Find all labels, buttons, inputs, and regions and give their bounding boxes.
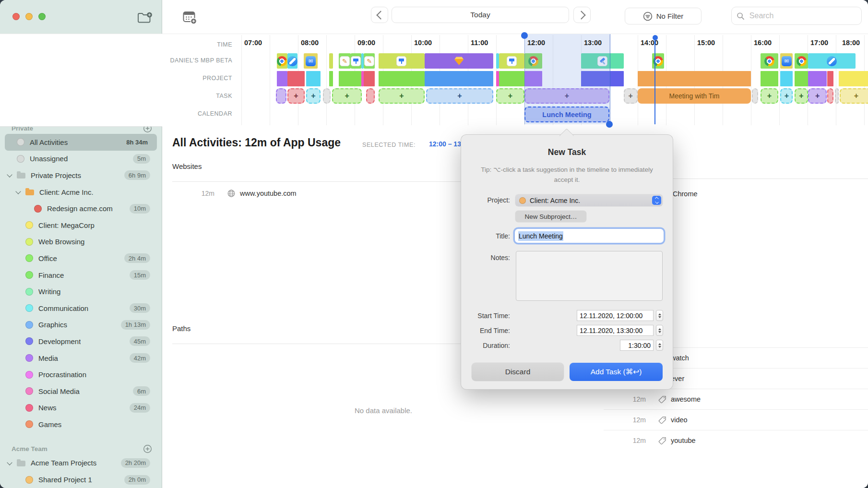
app-usage-segment[interactable] — [425, 53, 493, 69]
task-suggestion[interactable]: + — [287, 88, 305, 104]
project-row[interactable]: Writing — [5, 283, 157, 300]
close-window-button[interactable] — [12, 13, 20, 20]
project-segment[interactable] — [379, 71, 425, 86]
task-suggestion[interactable]: + — [332, 88, 362, 104]
previous-day-button[interactable] — [371, 7, 388, 23]
project-segment[interactable] — [780, 71, 793, 86]
project-segment[interactable] — [499, 71, 524, 86]
task-suggestion[interactable]: + — [780, 88, 793, 104]
project-segment[interactable] — [839, 71, 868, 86]
app-usage-segment[interactable] — [652, 53, 665, 69]
duration-stepper[interactable] — [656, 340, 663, 351]
list-item[interactable]: 12myoutube — [604, 430, 868, 451]
project-segment[interactable] — [425, 71, 493, 86]
app-usage-segment[interactable] — [287, 53, 297, 69]
task-suggestion[interactable]: + — [840, 88, 868, 104]
app-usage-segment[interactable] — [499, 53, 524, 69]
project-segment[interactable] — [339, 71, 361, 86]
app-usage-segment[interactable] — [379, 53, 425, 69]
search-field[interactable] — [731, 7, 862, 25]
task-suggestion[interactable] — [752, 88, 758, 104]
start-time-field[interactable]: 12.11.2020, 12:00:00 — [577, 310, 654, 321]
app-usage-segment[interactable] — [761, 53, 778, 69]
app-usage-segment[interactable] — [795, 53, 808, 69]
end-time-stepper[interactable] — [656, 325, 663, 336]
selection-start-handle[interactable] — [521, 32, 528, 39]
new-subproject-button[interactable]: New Subproject… — [515, 211, 586, 222]
list-item[interactable]: 12mawesome — [604, 389, 868, 409]
project-row[interactable]: Procrastination — [5, 366, 157, 383]
discard-button[interactable]: Discard — [472, 363, 564, 381]
project-segment[interactable] — [306, 71, 321, 86]
list-item[interactable]: 12mvideo — [604, 409, 868, 430]
start-time-stepper[interactable] — [656, 310, 663, 321]
task-title-input[interactable]: Lunch Meeting — [515, 229, 664, 243]
project-row[interactable]: Web Browsing — [5, 234, 157, 250]
project-row[interactable]: Shared Project 12h 0m — [5, 471, 157, 488]
time-selection-overlay[interactable] — [524, 34, 610, 124]
timeline[interactable]: 07:0008:0009:0010:0011:0012:0013:0014:00… — [0, 34, 868, 127]
search-input[interactable] — [749, 11, 856, 21]
project-segment[interactable] — [761, 71, 778, 86]
project-row[interactable]: Acme Team Projects2h 20m — [5, 455, 157, 472]
project-row[interactable]: Graphics1h 13m — [5, 317, 157, 333]
project-segment[interactable] — [827, 71, 833, 86]
project-row[interactable]: Unassigned5m — [5, 151, 157, 167]
project-row[interactable]: Games — [5, 416, 157, 433]
project-row[interactable]: Social Media6m — [5, 383, 157, 400]
task-suggestion[interactable]: + — [496, 88, 524, 104]
duration-field[interactable]: 1:30:00 — [620, 340, 654, 351]
add-task-button[interactable]: Add Task (⌘↩) — [570, 363, 663, 381]
add-calendar-entry-icon[interactable] — [179, 10, 200, 25]
project-segment[interactable] — [364, 71, 375, 86]
project-row[interactable]: Client: Acme Inc. — [5, 184, 157, 201]
project-segment[interactable] — [287, 71, 305, 86]
task-suggestion[interactable]: + — [379, 88, 425, 104]
project-row[interactable]: News24m — [5, 400, 157, 417]
notes-textarea[interactable] — [516, 251, 663, 301]
selection-end-handle[interactable] — [606, 121, 613, 128]
task-suggestion[interactable] — [827, 88, 833, 104]
chevron-down-icon[interactable] — [7, 460, 12, 465]
task-suggestion[interactable]: + — [761, 88, 778, 104]
project-row[interactable]: Redesign acme.com10m — [5, 200, 157, 217]
project-row[interactable]: Media42m — [5, 350, 157, 367]
app-usage-segment[interactable] — [351, 53, 361, 69]
task-suggestion[interactable]: + — [306, 88, 321, 104]
project-select[interactable]: Client: Acme Inc. — [515, 194, 663, 206]
today-button[interactable]: Today — [392, 7, 569, 23]
project-segment[interactable] — [808, 71, 827, 86]
app-usage-segment[interactable]: ✉ — [304, 53, 318, 69]
project-segment[interactable] — [795, 71, 808, 86]
task-suggestion[interactable] — [835, 88, 839, 104]
app-usage-segment[interactable] — [808, 53, 856, 69]
app-usage-segment[interactable]: ✉ — [780, 53, 793, 69]
project-row[interactable]: Communication30m — [5, 300, 157, 317]
app-usage-segment[interactable]: ✎ — [364, 53, 375, 69]
zoom-window-button[interactable] — [38, 13, 46, 20]
chevron-down-icon[interactable] — [7, 172, 12, 178]
project-row[interactable]: All Activities8h 34m — [5, 134, 157, 151]
task-suggestion[interactable]: + — [808, 88, 827, 104]
app-usage-segment[interactable] — [329, 53, 333, 69]
project-segment[interactable] — [329, 71, 333, 86]
project-segment[interactable] — [277, 71, 287, 86]
add-project-icon[interactable] — [143, 444, 152, 453]
filter-button[interactable]: No Filter — [625, 8, 702, 24]
project-row[interactable]: Private Projects6h 9m — [5, 167, 157, 184]
minimize-window-button[interactable] — [25, 13, 33, 20]
project-row[interactable]: Office2h 4m — [5, 250, 157, 267]
project-row[interactable]: Development45m — [5, 333, 157, 350]
next-day-button[interactable] — [573, 7, 591, 23]
app-usage-segment[interactable]: ✎ — [339, 53, 351, 69]
app-usage-segment[interactable] — [277, 53, 287, 69]
chevron-down-icon[interactable] — [15, 189, 21, 194]
project-row[interactable]: Finance15m — [5, 267, 157, 284]
end-time-field[interactable]: 12.11.2020, 13:30:00 — [577, 325, 654, 336]
task-suggestion[interactable] — [366, 88, 375, 104]
project-row[interactable]: Client: MegaCorp — [5, 217, 157, 234]
task-suggestion[interactable] — [276, 88, 286, 104]
task-suggestion[interactable]: + — [795, 88, 808, 104]
task-suggestion[interactable]: + — [426, 88, 493, 104]
task-suggestion[interactable]: + — [624, 88, 638, 104]
